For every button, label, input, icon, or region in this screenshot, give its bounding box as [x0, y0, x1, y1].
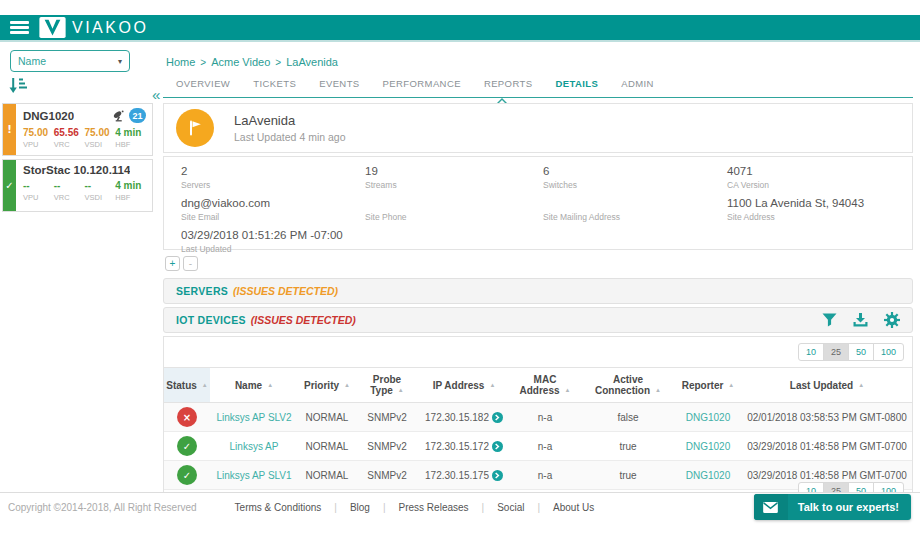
metric-value: 4 min — [115, 127, 146, 138]
sort-asc-icon: ▲ — [655, 387, 661, 393]
reporter-link[interactable]: DNG1020 — [686, 470, 730, 481]
sidebar-item-storstac[interactable]: ✓ StorStac 10.120.114 --VPU --VRC --VSDI… — [2, 159, 153, 212]
cell-priority: NORMAL — [298, 461, 356, 490]
cell-reporter: DNG1020 — [676, 432, 740, 461]
sort-asc-icon: ▲ — [489, 382, 495, 388]
breadcrumb-acme-video[interactable]: Acme Video — [211, 56, 270, 68]
servers-label: Servers — [181, 180, 365, 190]
sort-asc-icon: ▲ — [858, 382, 864, 388]
page-size-25[interactable]: 25 — [823, 343, 849, 361]
device-link[interactable]: Linksys AP SLV2 — [216, 412, 291, 423]
envelope-icon — [754, 494, 788, 520]
last-updated-timestamp: 03/29/2018 01:51:26 PM -07:00 — [181, 229, 365, 242]
cell-name: Linksys AP SLV1 — [210, 461, 298, 490]
cell-probe-type: SNMPv2 — [356, 432, 418, 461]
collapse-sidebar-icon[interactable]: « — [152, 86, 160, 103]
cell-last-updated: 02/01/2018 03:58:53 PM GMT-0800 — [740, 403, 913, 432]
ip-go-icon[interactable] — [492, 441, 503, 452]
column-header-probe-type[interactable]: Probe Type▲ — [356, 368, 418, 403]
site-address: 1100 La Avenida St, 94043 — [727, 197, 912, 210]
status-error-icon[interactable]: × — [177, 407, 197, 427]
tab-events[interactable]: EVENTS — [319, 78, 359, 95]
last-updated-label: Last Updated — [181, 244, 365, 254]
column-header-last-updated[interactable]: Last Updated▲ — [740, 368, 913, 403]
device-link[interactable]: Linksys AP SLV1 — [216, 470, 291, 481]
breadcrumb-separator: > — [200, 57, 206, 68]
breadcrumb-laavenida[interactable]: LaAvenida — [286, 56, 338, 68]
ip-go-icon[interactable] — [492, 470, 503, 481]
metric-label: VRC — [54, 193, 85, 202]
cell-reporter: DNG1020 — [676, 461, 740, 490]
column-header-active-connection[interactable]: Active Connection▲ — [580, 368, 676, 403]
sidebar-item-dng1020[interactable]: ! DNG1020 21 75.00VPU — [2, 103, 153, 156]
reporter-link[interactable]: DNG1020 — [686, 412, 730, 423]
footer-link-terms[interactable]: Terms & Conditions — [235, 502, 322, 513]
cell-ip-address: 172.30.15.172 — [418, 432, 510, 461]
sidebar-sort-dropdown[interactable]: Name ▾ — [10, 50, 130, 72]
iot-devices-section-header[interactable]: IOT DEVICES (ISSUES DETECTED) — [163, 307, 913, 333]
footer-link-social[interactable]: Social — [497, 502, 524, 513]
cell-last-updated: 03/29/2018 01:48:58 PM GMT-0700 — [740, 432, 913, 461]
collapse-all-button[interactable]: - — [183, 256, 198, 271]
site-last-updated: Last Updated 4 min ago — [234, 131, 346, 143]
tab-performance[interactable]: PERFORMANCE — [383, 78, 461, 95]
cell-status: × — [164, 403, 210, 432]
cell-status: ✓ — [164, 461, 210, 490]
talk-to-experts-button[interactable]: Talk to our experts! — [754, 494, 911, 520]
cell-reporter: DNG1020 — [676, 403, 740, 432]
expand-all-button[interactable]: + — [165, 256, 180, 271]
column-header-status[interactable]: Status▲ — [164, 368, 210, 403]
check-bar-icon: ✓ — [3, 160, 16, 211]
column-header-ip-address[interactable]: IP Address▲ — [418, 368, 510, 403]
metric-value: 75.00 — [85, 127, 116, 138]
metric-label: VPU — [23, 193, 54, 202]
cell-priority: NORMAL — [298, 432, 356, 461]
iot-issues-badge: (ISSUES DETECTED) — [251, 314, 356, 326]
breadcrumb-home[interactable]: Home — [166, 56, 195, 68]
tab-admin[interactable]: ADMIN — [621, 78, 654, 95]
site-email-label: Site Email — [181, 212, 365, 222]
filter-icon[interactable] — [822, 313, 837, 327]
ip-go-icon[interactable] — [492, 412, 503, 423]
page-size-10[interactable]: 10 — [798, 343, 824, 361]
site-name: LaAvenida — [234, 113, 346, 128]
sort-asc-icon: ▲ — [565, 387, 571, 393]
column-header-name[interactable]: Name▲ — [210, 368, 298, 403]
tab-details[interactable]: DETAILS — [555, 78, 598, 95]
footer-link-about[interactable]: About Us — [553, 502, 594, 513]
site-phone — [365, 197, 543, 210]
menu-icon[interactable] — [10, 21, 29, 34]
column-header-priority[interactable]: Priority▲ — [298, 368, 356, 403]
sort-asc-icon: ▲ — [398, 387, 404, 393]
servers-section-header[interactable]: SERVERS (ISSUES DETECTED) — [163, 278, 913, 304]
viakoo-app: VIAKOO Name ▾ ! DNG1020 — [0, 0, 920, 533]
gear-icon[interactable] — [884, 312, 900, 328]
metric-label: VPU — [23, 140, 54, 149]
device-link[interactable]: Linksys AP — [230, 441, 279, 452]
page-size-50[interactable]: 50 — [848, 343, 874, 361]
viakoo-logo-icon — [39, 17, 66, 38]
cell-active-connection: true — [580, 432, 676, 461]
cell-active-connection: false — [580, 403, 676, 432]
column-header-reporter[interactable]: Reporter▲ — [676, 368, 740, 403]
status-ok-icon[interactable]: ✓ — [177, 465, 197, 485]
site-details-card: 2Servers 19Streams 6Switches 4071CA Vers… — [163, 156, 913, 250]
sort-asc-icon: ▲ — [267, 382, 273, 388]
footer-link-blog[interactable]: Blog — [350, 502, 370, 513]
footer-separator: | — [383, 502, 386, 513]
tab-tickets[interactable]: TICKETS — [253, 78, 296, 95]
metric-value: -- — [54, 180, 85, 191]
status-ok-icon[interactable]: ✓ — [177, 436, 197, 456]
site-flag-icon — [176, 109, 214, 147]
viakoo-logo[interactable]: VIAKOO — [39, 17, 148, 38]
download-icon[interactable] — [853, 313, 868, 327]
page-size-100[interactable]: 100 — [873, 343, 904, 361]
reporter-link[interactable]: DNG1020 — [686, 441, 730, 452]
cell-name: Linksys AP SLV2 — [210, 403, 298, 432]
footer-link-press[interactable]: Press Releases — [399, 502, 469, 513]
column-header-mac-address[interactable]: MAC Address▲ — [510, 368, 580, 403]
tab-overview[interactable]: OVERVIEW — [176, 78, 230, 95]
metric-label: VRC — [54, 140, 85, 149]
cell-active-connection: true — [580, 461, 676, 490]
sort-order-icon[interactable] — [9, 77, 29, 95]
